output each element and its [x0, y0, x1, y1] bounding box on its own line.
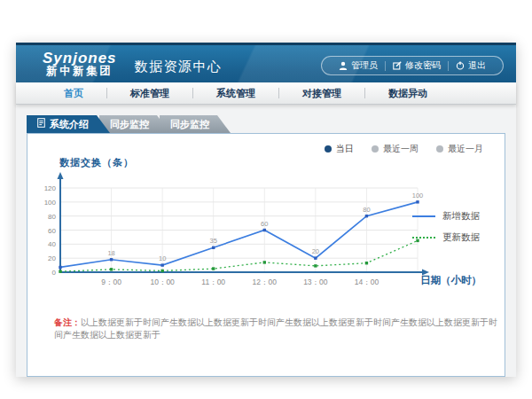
footer-note: 备注：以上数据更新于时间产生数据以上数据更新于时间产生数据以上数据更新于时间产生…	[54, 317, 497, 341]
tab-bar: 系统介绍 同步监控 同步监控	[27, 115, 516, 133]
svg-text:40: 40	[48, 240, 56, 248]
svg-text:20: 20	[48, 254, 56, 262]
main-nav: 首页 标准管理 系统管理 对接管理 数据异动	[16, 82, 516, 105]
nav-item-docking-mgmt[interactable]: 对接管理	[279, 87, 364, 100]
svg-text:11：00: 11：00	[201, 278, 225, 286]
legend-item-new-data: 新增数据	[412, 210, 480, 223]
edit-icon	[393, 61, 402, 70]
nav-item-system-mgmt[interactable]: 系统管理	[193, 87, 278, 100]
power-icon	[456, 61, 465, 70]
tab-label: 系统介绍	[50, 115, 89, 133]
nav-item-standard-mgmt[interactable]: 标准管理	[107, 87, 192, 100]
svg-text:60: 60	[48, 227, 56, 235]
logout-button[interactable]: 退出	[449, 59, 493, 72]
app-header: Synjones 新中新集团 数据资源中心 管理员 修改密码 退出	[16, 43, 516, 82]
radio-icon	[325, 145, 332, 153]
svg-text:12：00: 12：00	[253, 278, 278, 286]
radio-icon	[372, 145, 379, 153]
chart-panel: 当日 最近一周 最近一月 数据交换（条） 0204060801001209：00…	[27, 133, 505, 377]
legend-label: 更新数据	[442, 231, 480, 244]
app-window: Synjones 新中新集团 数据资源中心 管理员 修改密码 退出 首页 标准管…	[16, 43, 516, 377]
svg-text:60: 60	[261, 220, 268, 228]
line-chart: 0204060801001209：0010：0011：0012：0013：001…	[38, 171, 437, 295]
tab-label: 同步监控	[110, 115, 149, 133]
period-option-today[interactable]: 当日	[325, 143, 354, 155]
logo-text-en: Synjones	[43, 51, 117, 66]
y-axis-title: 数据交换（条）	[59, 156, 134, 169]
dotted-line-icon	[412, 237, 435, 239]
svg-text:14：00: 14：00	[355, 278, 379, 286]
note-text: 以上数据更新于时间产生数据以上数据更新于时间产生数据以上数据更新于时间产生数据以…	[54, 317, 497, 340]
legend-item-updated-data: 更新数据	[412, 231, 480, 244]
svg-text:10: 10	[159, 254, 166, 262]
logo-text-cn: 新中新集团	[43, 66, 117, 77]
user-menu-button[interactable]: 管理员	[332, 59, 385, 72]
svg-text:100: 100	[44, 199, 57, 207]
note-prefix: 备注：	[54, 317, 81, 327]
x-axis-title: 日期（小时）	[420, 274, 481, 287]
svg-text:120: 120	[44, 184, 57, 192]
period-filter: 当日 最近一周 最近一月	[325, 143, 483, 155]
company-logo: Synjones 新中新集团	[43, 51, 117, 78]
solid-line-icon	[412, 215, 435, 217]
tab-system-intro[interactable]: 系统介绍	[27, 115, 110, 133]
logout-label: 退出	[468, 59, 486, 72]
svg-text:35: 35	[210, 237, 217, 245]
document-icon	[37, 115, 45, 133]
svg-text:13：00: 13：00	[303, 278, 328, 286]
tab-label: 同步监控	[170, 115, 209, 133]
page-title: 数据资源中心	[135, 53, 223, 75]
svg-text:80: 80	[48, 213, 56, 221]
legend-label: 新增数据	[442, 210, 480, 223]
user-icon	[339, 61, 348, 70]
svg-text:80: 80	[363, 206, 370, 214]
nav-item-home[interactable]: 首页	[41, 87, 106, 100]
period-option-last-week[interactable]: 最近一周	[372, 143, 419, 155]
period-label: 最近一月	[448, 143, 483, 155]
svg-text:0: 0	[52, 269, 57, 277]
svg-text:20: 20	[312, 247, 319, 255]
svg-text:9：00: 9：00	[101, 278, 121, 286]
user-label: 管理员	[351, 59, 378, 72]
period-label: 最近一周	[383, 143, 419, 155]
svg-text:10：00: 10：00	[150, 278, 175, 286]
period-label: 当日	[336, 143, 354, 155]
svg-text:18: 18	[107, 249, 114, 257]
user-toolbar: 管理员 修改密码 退出	[321, 56, 504, 75]
period-option-last-month[interactable]: 最近一月	[436, 143, 483, 155]
radio-icon	[436, 145, 443, 153]
tab-sync-monitor-2[interactable]: 同步监控	[160, 115, 231, 133]
chart-legend: 新增数据 更新数据	[412, 210, 480, 244]
change-password-label: 修改密码	[405, 59, 441, 72]
svg-text:100: 100	[412, 192, 424, 200]
nav-item-data-change[interactable]: 数据异动	[365, 87, 450, 100]
change-password-button[interactable]: 修改密码	[386, 59, 448, 72]
